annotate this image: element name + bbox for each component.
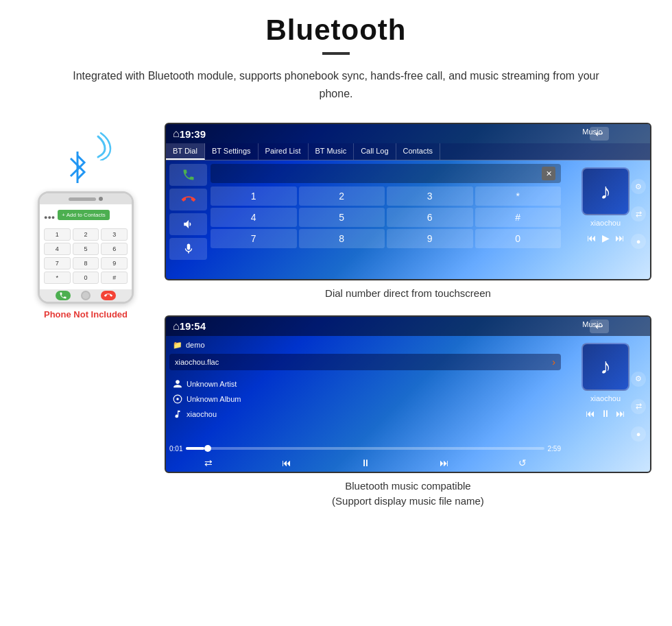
home-icon[interactable]: ⌂ (173, 128, 180, 140)
car-screen-2: ⌂ 19:54 ↩ Music 📁 de (165, 315, 651, 473)
home-icon-2[interactable]: ⌂ (173, 320, 180, 333)
screen-dialkey-5[interactable]: 5 (299, 208, 385, 227)
phone-screen: ●●● + Add to Contacts 1 2 3 4 5 6 7 8 9 … (40, 204, 132, 289)
dialpad-key-hash[interactable]: # (101, 272, 128, 284)
screen-dialkey-9[interactable]: 9 (387, 229, 473, 248)
dialpad-key-0[interactable]: 0 (73, 272, 99, 284)
music-controls-1: ⏮ ▶ ⏭ (587, 232, 625, 243)
tab-bt-settings[interactable]: BT Settings (205, 143, 259, 160)
end-call-button[interactable] (169, 189, 207, 210)
side-icon-settings[interactable]: ⚙ (631, 179, 646, 194)
dialpad-key-7[interactable]: 7 (44, 257, 71, 269)
screen-dialkey-3[interactable]: 3 (387, 186, 473, 206)
artist-name-2: xiaochou (590, 394, 621, 402)
play-pause-btn[interactable]: ⏸ (361, 457, 370, 468)
bluetooth-symbol-icon (65, 150, 90, 184)
bt-left: 📁 demo xiaochou.flac › (169, 339, 561, 446)
progress-dot (204, 445, 211, 452)
progress-area: 0:01 2:59 (169, 445, 561, 453)
album-icon (173, 394, 182, 404)
music-note-icon-2: ♪ (600, 354, 611, 379)
album-art-1: ♪ (581, 167, 629, 215)
progress-fill (186, 447, 204, 450)
side-icon-shuffle-2[interactable]: ⇄ (631, 399, 646, 414)
music-label-top-2: Music (582, 320, 602, 328)
screen-dialkey-1[interactable]: 1 (211, 186, 297, 206)
music-label-top: Music (582, 128, 602, 136)
next-button-2[interactable]: ⏭ (616, 408, 625, 419)
call-button[interactable] (169, 164, 207, 186)
tab-contacts[interactable]: Contacts (396, 143, 440, 160)
tab-call-log[interactable]: Call Log (354, 143, 396, 160)
phone-camera (99, 197, 103, 201)
screen1-time: 19:39 (180, 128, 206, 140)
dial-center: ✕ 1 2 3 * 4 5 6 # 7 (211, 164, 561, 271)
mic-button[interactable] (169, 238, 207, 260)
dial-area: ✕ 1 2 3 * 4 5 6 # 7 (166, 160, 650, 274)
music-track-icon (173, 409, 182, 419)
person-icon (173, 379, 182, 389)
phone-home-button[interactable] (81, 291, 91, 300)
play-button-1[interactable]: ▶ (602, 232, 610, 243)
phone-bottom-bar (40, 289, 132, 302)
dialpad-key-1[interactable]: 1 (44, 228, 71, 241)
side-icon-circle-2[interactable]: ● (631, 426, 646, 442)
phone-end-button[interactable] (101, 291, 116, 300)
side-icons-1: ⚙ ⇄ ● (631, 179, 646, 249)
prev-btn[interactable]: ⏮ (282, 457, 291, 468)
next-btn[interactable]: ⏭ (440, 457, 449, 468)
side-icons-2: ⚙ ⇄ ● (631, 372, 646, 442)
phone-top-bar (40, 193, 132, 204)
caption-line2: (Support display music file name) (332, 495, 484, 507)
screen-dialkey-4[interactable]: 4 (211, 208, 297, 227)
screen2-caption: Bluetooth music compatible (Support disp… (165, 479, 651, 509)
music-note-icon-1: ♪ (600, 179, 611, 204)
dialpad-key-5[interactable]: 5 (73, 243, 99, 255)
phone-speaker (69, 197, 96, 201)
pause-button-2[interactable]: ⏸ (601, 408, 610, 419)
mute-button[interactable] (169, 213, 207, 235)
phone-call-button[interactable] (56, 291, 71, 300)
side-icon-settings-2[interactable]: ⚙ (631, 372, 646, 387)
tab-paired-list[interactable]: Paired List (259, 143, 309, 160)
screen-dialkey-0[interactable]: 0 (475, 229, 562, 248)
dialpad-key-9[interactable]: 9 (101, 257, 128, 269)
screen2-time: 19:54 (180, 320, 206, 332)
prev-button-1[interactable]: ⏮ (587, 232, 597, 243)
dialpad-key-6[interactable]: 6 (101, 243, 128, 255)
screen-dialkey-star[interactable]: * (475, 186, 562, 206)
prev-button-2[interactable]: ⏮ (586, 408, 595, 419)
shuffle-btn[interactable]: ⇄ (204, 457, 213, 468)
side-icon-shuffle[interactable]: ⇄ (631, 206, 646, 221)
music-controls-2: ⏮ ⏸ ⏭ (586, 408, 625, 419)
page-title: Bluetooth (21, 14, 651, 47)
dialpad-key-2[interactable]: 2 (73, 228, 99, 241)
screen-dialkey-2[interactable]: 2 (299, 186, 385, 206)
time-end: 2:59 (548, 445, 561, 453)
page-subtitle: Integrated with Bluetooth module, suppor… (62, 67, 610, 102)
add-to-contacts-label: + Add to Contacts (58, 210, 109, 220)
track-info: xiaochou (187, 410, 217, 418)
screen1-caption: Dial number direct from touchscreen (165, 286, 651, 302)
file-item[interactable]: xiaochou.flac › (169, 354, 561, 370)
dialpad-key-4[interactable]: 4 (44, 243, 71, 255)
screen-dialkey-8[interactable]: 8 (299, 229, 385, 248)
tab-bt-music[interactable]: BT Music (309, 143, 355, 160)
side-icon-circle[interactable]: ● (631, 234, 646, 249)
dialpad-key-3[interactable]: 3 (101, 228, 128, 241)
progress-bar[interactable] (186, 447, 544, 450)
dialpad-key-8[interactable]: 8 (73, 257, 99, 269)
tab-bt-dial[interactable]: BT Dial (166, 143, 205, 160)
screen2-header: ⌂ 19:54 ↩ (166, 317, 650, 336)
backspace-button[interactable]: ✕ (542, 167, 555, 180)
dialpad-key-star[interactable]: * (44, 272, 71, 284)
screen-dialkey-7[interactable]: 7 (211, 229, 297, 248)
repeat-btn[interactable]: ↺ (518, 457, 527, 468)
artist-info: Unknown Artist (187, 380, 237, 388)
screen-dialkey-hash[interactable]: # (475, 208, 562, 227)
artist-row: Unknown Artist (173, 376, 557, 392)
screen-dialkey-6[interactable]: 6 (387, 208, 473, 227)
car-screen-1: ⌂ 19:39 ↩ Music BT Dial BT Settings Pair… (165, 123, 651, 280)
next-button-1[interactable]: ⏭ (615, 232, 625, 243)
phone-section: ●●● + Add to Contacts 1 2 3 4 5 6 7 8 9 … (21, 123, 151, 320)
